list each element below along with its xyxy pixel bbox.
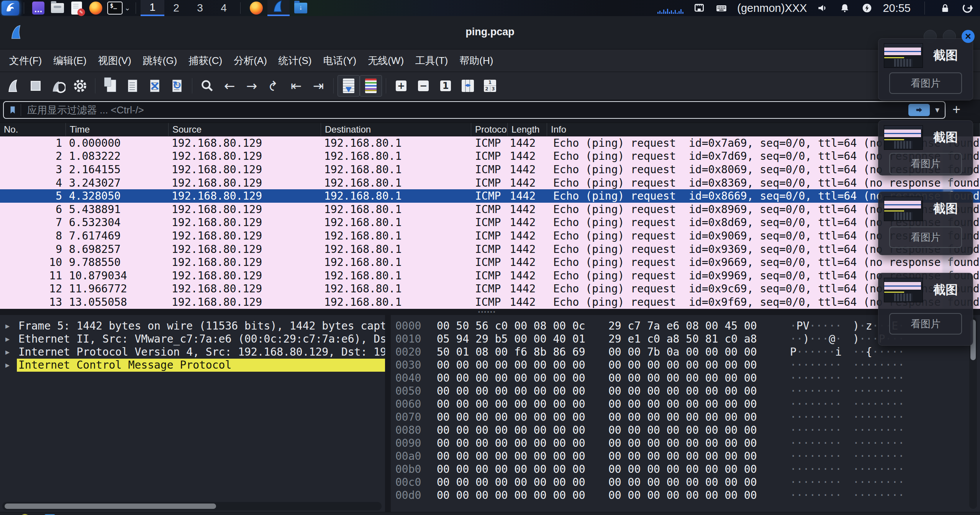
keyboard-icon[interactable] <box>715 2 728 15</box>
apply-filter-button[interactable] <box>908 104 930 116</box>
filter-dropdown-caret-icon[interactable]: ▾ <box>935 105 939 115</box>
menu-item-1[interactable]: 编辑(E) <box>53 54 87 67</box>
packet-row-10[interactable]: 109.788550192.168.80.129192.168.80.1ICMP… <box>0 256 980 269</box>
terminal-launcher-button[interactable]: $_ <box>107 0 123 16</box>
column-header-source[interactable]: Source <box>169 123 321 136</box>
hex-row-0080[interactable]: 008000 00 00 00 00 00 00 0000 00 00 00 0… <box>391 424 980 437</box>
packet-row-2[interactable]: 21.083222192.168.80.129192.168.80.1ICMP1… <box>0 150 980 163</box>
zoom-in-button[interactable]: + <box>390 75 412 97</box>
notification-bell-icon[interactable] <box>838 2 851 15</box>
hex-row-0030[interactable]: 003000 00 00 00 00 00 00 0000 00 00 00 0… <box>391 359 980 372</box>
menu-item-8[interactable]: 无线(W) <box>368 54 404 67</box>
chevron-down-icon[interactable]: ⌄ <box>125 4 130 12</box>
start-capture-button[interactable] <box>2 75 25 97</box>
packet-row-6[interactable]: 65.438891192.168.80.129192.168.80.1ICMP1… <box>0 203 980 216</box>
packet-row-1[interactable]: 10.000000192.168.80.129192.168.80.1ICMP1… <box>0 136 980 150</box>
workspace-1[interactable]: 1 <box>141 0 164 16</box>
hex-row-00a0[interactable]: 00a000 00 00 00 00 00 00 0000 00 00 00 0… <box>391 450 980 463</box>
reload-file-button[interactable]: ↻ <box>166 75 188 97</box>
menu-item-7[interactable]: 电话(Y) <box>323 54 357 67</box>
go-last-packet-button[interactable]: ⇥ <box>307 75 329 97</box>
packet-row-11[interactable]: 1110.879034192.168.80.129192.168.80.1ICM… <box>0 269 980 282</box>
display-filter-field[interactable]: ▾ <box>3 101 946 119</box>
expander-icon[interactable]: ▸ <box>5 333 10 346</box>
packet-row-4[interactable]: 43.243027192.168.80.129192.168.80.1ICMP1… <box>0 176 980 190</box>
go-back-button[interactable]: ← <box>218 75 241 97</box>
column-header-protocol[interactable]: Protocol <box>471 123 508 136</box>
hex-row-0040[interactable]: 004000 00 00 00 00 00 00 0000 00 00 00 0… <box>391 372 980 385</box>
hex-row-0020[interactable]: 002050 01 08 00 f6 8b 86 6900 00 7b 0a 0… <box>391 346 980 359</box>
notification-popup-2[interactable]: 截图看图片 <box>878 120 973 175</box>
detail-row-2[interactable]: ▸Internet Protocol Version 4, Src: 192.1… <box>0 346 385 359</box>
file-manager-button[interactable] <box>49 0 66 16</box>
view-image-button[interactable]: 看图片 <box>889 72 962 94</box>
packet-row-13[interactable]: 1313.055058192.168.80.129192.168.80.1ICM… <box>0 295 980 309</box>
menu-item-0[interactable]: 文件(F) <box>9 54 42 67</box>
expander-icon[interactable]: ▸ <box>5 346 10 359</box>
hex-row-0070[interactable]: 007000 00 00 00 00 00 00 0000 00 00 00 0… <box>391 411 980 424</box>
stop-capture-button[interactable] <box>25 75 47 97</box>
workspace-2[interactable]: 2 <box>164 0 188 16</box>
filter-bookmark-icon[interactable] <box>8 104 17 116</box>
add-filter-button[interactable]: + <box>952 102 960 118</box>
hex-row-00d0[interactable]: 00d000 00 00 00 00 00 00 0000 00 00 00 0… <box>391 489 980 502</box>
go-forward-button[interactable]: → <box>241 75 263 97</box>
expander-icon[interactable]: ▸ <box>5 359 10 372</box>
hex-row-00c0[interactable]: 00c000 00 00 00 00 00 00 0000 00 00 00 0… <box>391 476 980 489</box>
menu-item-4[interactable]: 捕获(C) <box>188 54 222 67</box>
hex-row-00b0[interactable]: 00b000 00 00 00 00 00 00 0000 00 00 00 0… <box>391 463 980 476</box>
volume-icon[interactable] <box>816 2 829 15</box>
capture-options-button[interactable] <box>69 75 91 97</box>
menu-item-10[interactable]: 帮助(H) <box>459 54 493 67</box>
logout-icon[interactable] <box>961 2 974 15</box>
resize-columns-button[interactable] <box>457 75 479 97</box>
power-manager-icon[interactable] <box>860 2 873 15</box>
taskbar-window-firefox[interactable] <box>245 0 267 16</box>
window-titlebar[interactable]: ping.pcap <box>0 16 980 49</box>
colorize-packets-button[interactable] <box>360 75 382 97</box>
menu-item-5[interactable]: 分析(A) <box>234 54 267 67</box>
screenshot-thumbnail[interactable] <box>884 43 923 68</box>
view-image-button[interactable]: 看图片 <box>889 153 962 174</box>
firefox-launcher-button[interactable] <box>87 0 104 16</box>
app-drawer-button[interactable] <box>30 0 47 16</box>
menu-item-2[interactable]: 视图(V) <box>98 54 131 67</box>
screenshot-thumbnail[interactable] <box>884 125 923 150</box>
layout-chooser-button[interactable]: 123 <box>479 75 501 97</box>
go-to-packet-button[interactable]: ↷ <box>263 75 285 97</box>
menu-item-9[interactable]: 工具(T) <box>415 54 448 67</box>
packet-row-9[interactable]: 98.698257192.168.80.129192.168.80.1ICMP1… <box>0 243 980 256</box>
details-horizontal-scrollbar[interactable] <box>2 502 382 510</box>
screenshot-thumbnail[interactable] <box>884 197 923 221</box>
copy-file-button[interactable] <box>99 75 121 97</box>
notification-popup-4[interactable]: 截图看图片 <box>878 273 973 346</box>
pane-vertical-divider[interactable] <box>385 315 391 512</box>
hex-row-0050[interactable]: 005000 00 00 00 00 00 00 0000 00 00 00 0… <box>391 385 980 398</box>
screenshot-thumbnail[interactable] <box>884 278 923 302</box>
menu-item-3[interactable]: 跳转(G) <box>143 54 177 67</box>
workspace-4[interactable]: 4 <box>212 0 236 16</box>
packet-row-12[interactable]: 1211.966772192.168.80.129192.168.80.1ICM… <box>0 282 980 296</box>
lock-screen-icon[interactable] <box>939 2 952 15</box>
hex-row-0060[interactable]: 006000 00 00 00 00 00 00 0000 00 00 00 0… <box>391 398 980 411</box>
notification-popup-1[interactable]: 截图看图片 <box>878 38 973 100</box>
kali-menu-button[interactable] <box>2 1 19 15</box>
taskbar-window-wireshark[interactable] <box>267 0 290 16</box>
column-header-length[interactable]: Length <box>508 123 547 136</box>
ethernet-icon[interactable] <box>693 2 706 15</box>
column-header-time[interactable]: Time <box>66 123 169 136</box>
hex-row-0090[interactable]: 009000 00 00 00 00 00 00 0000 00 00 00 0… <box>391 437 980 450</box>
packet-list-header[interactable]: No.TimeSourceDestinationProtocolLengthIn… <box>0 123 980 136</box>
text-editor-button[interactable] <box>68 0 85 16</box>
open-file-button[interactable] <box>121 75 144 97</box>
taskbar-window-downloads[interactable] <box>290 0 312 16</box>
go-first-packet-button[interactable]: ⇤ <box>285 75 307 97</box>
column-header-no[interactable]: No. <box>0 123 66 136</box>
hex-scrollbar[interactable] <box>969 317 977 509</box>
packet-row-3[interactable]: 32.164155192.168.80.129192.168.80.1ICMP1… <box>0 163 980 176</box>
menu-item-6[interactable]: 统计(S) <box>279 54 312 67</box>
expander-icon[interactable]: ▸ <box>5 320 10 333</box>
packet-row-5[interactable]: 54.328050192.168.80.129192.168.80.1ICMP1… <box>0 189 980 203</box>
packet-row-8[interactable]: 87.617469192.168.80.129192.168.80.1ICMP1… <box>0 229 980 243</box>
workspace-3[interactable]: 3 <box>188 0 212 16</box>
